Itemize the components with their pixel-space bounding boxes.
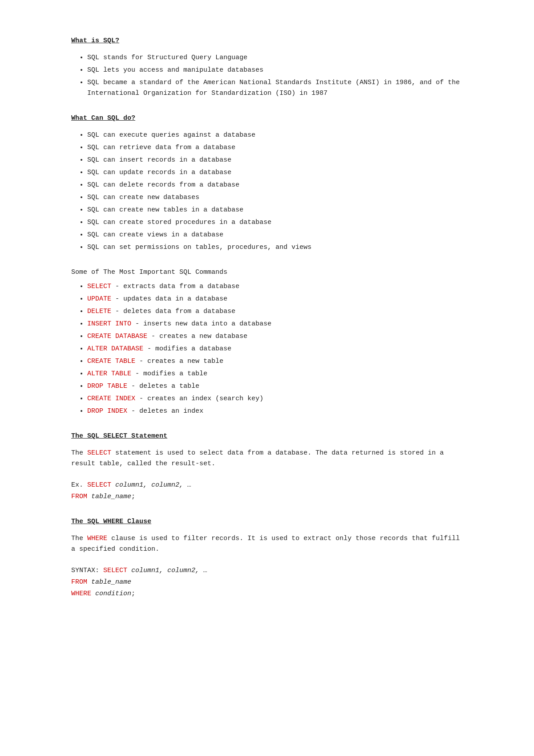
list-item-text: - creates a new database — [147, 333, 247, 340]
list-item-text: - deletes an index — [127, 407, 203, 415]
list-item: SQL can execute queries against a databa… — [87, 130, 463, 141]
where-clause-description: The WHERE clause is used to filter recor… — [71, 533, 463, 555]
syntax-semicolon: ; — [131, 590, 135, 597]
keyword-select-ex: SELECT — [87, 481, 111, 489]
list-item: INSERT INTO - inserts new data into a da… — [87, 319, 463, 329]
select-desc-before: The — [71, 449, 87, 457]
list-item: SQL can create new databases — [87, 192, 463, 203]
list-item: SQL can set permissions on tables, proce… — [87, 242, 463, 253]
list-item: SQL can insert records in a database — [87, 155, 463, 166]
list-item: DROP INDEX - deletes an index — [87, 406, 463, 417]
syntax-condition: condition — [91, 590, 131, 597]
list-item-text: - creates a new table — [135, 358, 223, 365]
list-item: SQL can create stored procedures in a da… — [87, 217, 463, 228]
keyword-create-index: CREATE INDEX — [87, 395, 135, 402]
keyword-where-syntax: WHERE — [71, 590, 91, 597]
select-desc-after: statement is used to select data from a … — [71, 449, 444, 467]
keyword-delete: DELETE — [87, 308, 111, 315]
keyword-create-table: CREATE TABLE — [87, 358, 135, 365]
from-ex-table: table_name — [87, 493, 131, 500]
select-statement-description: The SELECT statement is used to select d… — [71, 448, 463, 469]
select-ex-cols: column1, column2, … — [111, 481, 191, 489]
list-item: UPDATE - updates data in a database — [87, 294, 463, 305]
list-item: CREATE TABLE - creates a new table — [87, 356, 463, 367]
where-desc-after: clause is used to filter records. It is … — [71, 535, 460, 553]
keyword-update: UPDATE — [87, 295, 111, 303]
where-clause-heading: The SQL WHERE Clause — [71, 516, 463, 527]
select-example-line1: Ex. SELECT column1, column2, … — [71, 480, 463, 491]
list-item: ALTER DATABASE - modifies a database — [87, 344, 463, 354]
keyword-create-database: CREATE DATABASE — [87, 333, 147, 340]
list-item-text: - modifies a database — [143, 345, 231, 353]
keyword-select-inline: SELECT — [87, 449, 111, 457]
keyword-from-ex: FROM — [71, 493, 87, 500]
keyword-where-inline: WHERE — [87, 535, 107, 542]
list-item-text: - deletes a table — [127, 382, 199, 390]
keyword-alter-database: ALTER DATABASE — [87, 345, 143, 353]
select-statement-section: The SQL SELECT Statement The SELECT stat… — [71, 431, 463, 502]
list-item-text: - extracts data from a database — [111, 283, 239, 290]
important-commands-intro: Some of The Most Important SQL Commands — [71, 267, 463, 278]
list-item-text: - deletes data from a database — [111, 308, 235, 315]
list-item: CREATE INDEX - creates an index (search … — [87, 394, 463, 404]
keyword-drop-table: DROP TABLE — [87, 382, 127, 390]
list-item-text: - modifies a table — [131, 370, 207, 378]
list-item: SQL can create views in a database — [87, 230, 463, 240]
where-syntax-line3: WHERE condition; — [71, 589, 463, 599]
where-syntax-line2: FROM table_name — [71, 577, 463, 588]
syntax-label: SYNTAX: — [71, 567, 103, 574]
list-item: SQL can retrieve data from a database — [87, 142, 463, 153]
list-item: SQL lets you access and manipulate datab… — [87, 65, 463, 76]
list-item: ALTER TABLE - modifies a table — [87, 369, 463, 379]
what-can-sql-do-list: SQL can execute queries against a databa… — [71, 130, 463, 253]
what-is-sql-list: SQL stands for Structured Query Language… — [71, 53, 463, 99]
where-syntax-line1: SYNTAX: SELECT column1, column2, … — [71, 565, 463, 576]
list-item: SQL can delete records from a database — [87, 180, 463, 191]
what-can-sql-do-section: What Can SQL do? SQL can execute queries… — [71, 113, 463, 253]
what-can-sql-do-heading: What Can SQL do? — [71, 113, 463, 124]
keyword-select-syntax: SELECT — [103, 567, 127, 574]
syntax-table: table_name — [87, 578, 131, 586]
where-desc-before: The — [71, 535, 87, 542]
where-clause-section: The SQL WHERE Clause The WHERE clause is… — [71, 516, 463, 599]
what-is-sql-heading: What is SQL? — [71, 36, 463, 46]
list-item: CREATE DATABASE - creates a new database — [87, 331, 463, 342]
select-statement-heading: The SQL SELECT Statement — [71, 431, 463, 442]
select-example-line2: FROM table_name; — [71, 492, 463, 502]
what-is-sql-section: What is SQL? SQL stands for Structured Q… — [71, 36, 463, 99]
list-item: SQL can create new tables in a database — [87, 205, 463, 215]
syntax-cols: column1, column2, … — [127, 567, 207, 574]
list-item: SELECT - extracts data from a database — [87, 281, 463, 292]
important-commands-section: Some of The Most Important SQL Commands … — [71, 267, 463, 417]
list-item: SQL became a standard of the American Na… — [87, 77, 463, 99]
important-commands-list: SELECT - extracts data from a database U… — [71, 281, 463, 417]
list-item-text: - inserts new data into a database — [131, 320, 271, 328]
keyword-drop-index: DROP INDEX — [87, 407, 127, 415]
keyword-select: SELECT — [87, 283, 111, 290]
list-item-text: - updates data in a database — [111, 295, 227, 303]
keyword-from-syntax: FROM — [71, 578, 87, 586]
semicolon: ; — [131, 493, 135, 500]
keyword-insert-into: INSERT INTO — [87, 320, 131, 328]
list-item: SQL can update records in a database — [87, 167, 463, 178]
list-item: DELETE - deletes data from a database — [87, 306, 463, 317]
list-item-text: - creates an index (search key) — [135, 395, 263, 402]
ex-label: Ex. — [71, 481, 87, 489]
keyword-alter-table: ALTER TABLE — [87, 370, 131, 378]
list-item: DROP TABLE - deletes a table — [87, 381, 463, 392]
list-item: SQL stands for Structured Query Language — [87, 53, 463, 63]
